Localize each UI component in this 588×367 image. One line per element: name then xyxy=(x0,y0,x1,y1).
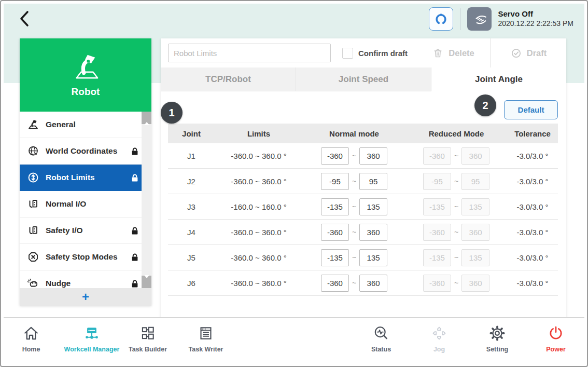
normal-max-input[interactable] xyxy=(359,224,387,241)
nav-label: Task Builder xyxy=(129,346,167,353)
scroll-up-button[interactable] xyxy=(142,112,151,124)
nav-label: Workcell Manager xyxy=(64,346,120,353)
tilde-separator: ~ xyxy=(454,253,458,262)
joint-label: J1 xyxy=(168,152,215,160)
servo-status-block: Servo Off 2020.12.22 2:22:53 PM xyxy=(498,9,573,28)
sidebar-scrollbar[interactable] xyxy=(142,112,151,288)
reduced-max-input xyxy=(461,147,489,165)
tilde-separator: ~ xyxy=(454,279,458,287)
normal-min-input[interactable] xyxy=(321,224,349,241)
normal-min-input[interactable] xyxy=(321,198,349,215)
nav-power[interactable]: Power xyxy=(527,323,584,353)
nav-task-builder[interactable]: Task Builder xyxy=(119,323,176,353)
joint-tolerance: -3.0/3.0 ° xyxy=(507,228,558,237)
confirm-draft-checkbox[interactable] xyxy=(342,48,353,59)
toolbar: Confirm draft Delete Draft xyxy=(161,38,566,67)
table-row: J1 -360.0 ~ 360.0 ° ~ ~ -3.0/3.0 ° xyxy=(168,143,558,169)
reduced-min-input xyxy=(423,198,451,215)
normal-max-input[interactable] xyxy=(359,173,387,190)
reduced-max-input xyxy=(461,198,489,215)
home-icon xyxy=(23,323,39,344)
normal-min-input[interactable] xyxy=(321,173,349,190)
joint-tolerance: -3.0/3.0 ° xyxy=(507,177,558,186)
sidebar-item-world-coordinates[interactable]: World Coordinates xyxy=(20,138,151,165)
table-header-row: Joint Limits Normal mode Reduced Mode To… xyxy=(168,124,558,143)
normal-max-input[interactable] xyxy=(359,275,387,292)
normal-max-input[interactable] xyxy=(359,147,387,165)
default-button[interactable]: Default xyxy=(504,100,558,119)
table-row: J3 -160.0 ~ 160.0 ° ~ ~ -3.0/3.0 ° xyxy=(168,194,558,220)
sidebar: Robot General xyxy=(20,38,151,306)
gripper-icon xyxy=(434,12,448,26)
nav-label: Jog xyxy=(433,346,445,353)
sidebar-item-normal-io[interactable]: Normal I/O xyxy=(20,191,151,218)
trash-icon xyxy=(432,47,444,59)
sidebar-item-general[interactable]: General xyxy=(20,112,151,138)
nav-status[interactable]: Status xyxy=(353,323,410,353)
tab-tcp-robot[interactable]: TCP/Robot xyxy=(161,67,296,91)
column-header-joint: Joint xyxy=(168,129,215,138)
draft-button[interactable]: Draft xyxy=(491,38,566,67)
tilde-separator: ~ xyxy=(454,202,458,211)
tab-joint-angle[interactable]: Joint Angle xyxy=(431,67,566,91)
reduced-min-input xyxy=(423,249,451,266)
chevron-left-icon xyxy=(18,10,31,28)
confirm-draft-label: Confirm draft xyxy=(358,49,408,58)
reduced-min-input xyxy=(423,147,451,165)
lock-icon xyxy=(131,226,139,235)
normal-min-input[interactable] xyxy=(321,275,349,292)
reduced-mode-cell: ~ xyxy=(405,173,507,190)
cockpit-button[interactable] xyxy=(429,7,453,31)
joint-angle-content: 1 2 Default Joint Limits Normal mode Red… xyxy=(161,91,566,319)
back-button[interactable] xyxy=(13,8,35,30)
nav-home[interactable]: Home xyxy=(3,323,60,353)
sidebar-item-safety-io[interactable]: Safety I/O xyxy=(20,218,151,244)
joint-label: J5 xyxy=(168,253,215,262)
add-workcell-item-button[interactable]: + xyxy=(20,288,151,306)
normal-min-input[interactable] xyxy=(321,249,349,266)
triangle-up-icon xyxy=(144,114,149,125)
normal-min-input[interactable] xyxy=(321,147,349,165)
sidebar-item-label: General xyxy=(46,120,76,129)
joint-tolerance: -3.0/3.0 ° xyxy=(507,253,558,262)
reduced-min-input xyxy=(423,173,451,190)
triangle-down-icon xyxy=(144,275,149,286)
table-row: J2 -360.0 ~ 360.0 ° ~ ~ -3.0/3.0 ° xyxy=(168,169,558,194)
check-circle-icon xyxy=(510,47,522,59)
column-header-reduced-mode: Reduced Mode xyxy=(405,129,507,138)
tilde-separator: ~ xyxy=(352,202,356,211)
tilde-separator: ~ xyxy=(352,228,356,236)
reduced-max-input xyxy=(461,275,489,292)
io-connector-icon xyxy=(26,224,40,237)
nav-workcell-manager[interactable]: Workcell Manager xyxy=(63,323,120,353)
sidebar-item-robot-limits[interactable]: Robot Limits xyxy=(20,165,151,191)
normal-max-input[interactable] xyxy=(359,249,387,266)
joint-label: J2 xyxy=(168,177,215,186)
bottom-navigation: Home Workcell Manager xyxy=(4,317,584,363)
tab-joint-speed[interactable]: Joint Speed xyxy=(296,67,431,91)
normal-max-input[interactable] xyxy=(359,198,387,215)
scroll-down-button[interactable] xyxy=(142,276,151,288)
reduced-mode-cell: ~ xyxy=(405,224,507,241)
draft-label: Draft xyxy=(527,48,547,58)
task-builder-icon xyxy=(139,323,156,344)
joint-limits: -360.0 ~ 360.0 ° xyxy=(215,228,303,237)
sidebar-item-label: Robot Limits xyxy=(46,173,95,182)
joint-limits: -360.0 ~ 360.0 ° xyxy=(215,279,303,288)
nav-setting[interactable]: Setting xyxy=(469,323,526,353)
table-row: J4 -360.0 ~ 360.0 ° ~ ~ -3.0/3.0 ° xyxy=(168,220,558,245)
delete-label: Delete xyxy=(449,48,474,58)
hand-icon xyxy=(472,12,487,26)
main-panel: Confirm draft Delete Draft TCP xyxy=(161,38,566,319)
servo-status: Servo Off xyxy=(498,9,573,19)
sidebar-item-safety-stop-modes[interactable]: Safety Stop Modes xyxy=(20,244,151,270)
servo-hand-button[interactable] xyxy=(467,7,492,31)
nav-task-writer[interactable]: Task Writer xyxy=(177,323,234,353)
io-connector-icon xyxy=(26,198,40,210)
delete-button[interactable]: Delete xyxy=(416,38,490,67)
nav-jog[interactable]: Jog xyxy=(411,323,468,353)
power-icon xyxy=(548,323,564,344)
robot-category-card[interactable]: Robot xyxy=(20,38,151,112)
item-name-input[interactable] xyxy=(168,44,331,62)
reduced-min-input xyxy=(423,275,451,292)
